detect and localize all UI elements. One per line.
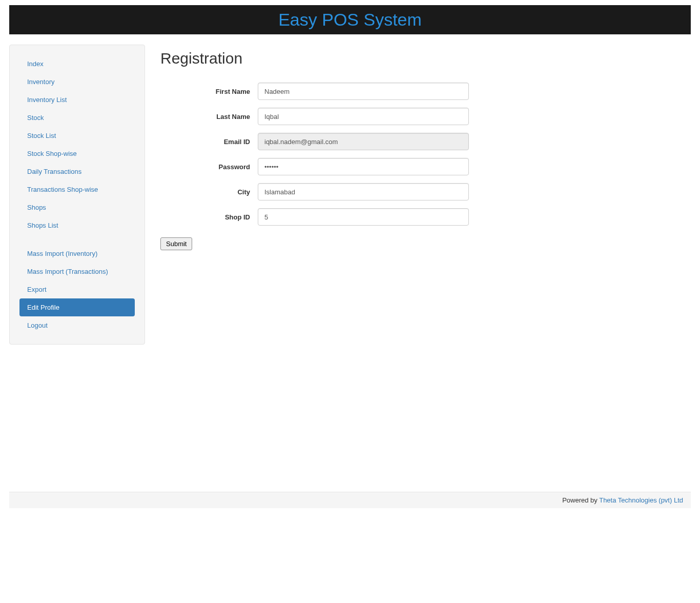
input-first-name[interactable] bbox=[258, 83, 469, 100]
sidebar-nav-group-2: Mass Import (Inventory) Mass Import (Tra… bbox=[19, 245, 135, 334]
footer-prefix: Powered by bbox=[562, 496, 599, 504]
sidebar-item-inventory-list[interactable]: Inventory List bbox=[19, 91, 135, 109]
form-group-email: Email ID bbox=[160, 133, 640, 150]
label-last-name: Last Name bbox=[160, 113, 258, 120]
form-group-city: City bbox=[160, 183, 640, 200]
page-title: Registration bbox=[160, 50, 640, 67]
sidebar-item-stock-list[interactable]: Stock List bbox=[19, 127, 135, 145]
label-city: City bbox=[160, 188, 258, 196]
sidebar-item-edit-profile[interactable]: Edit Profile bbox=[19, 298, 135, 316]
form-group-last-name: Last Name bbox=[160, 108, 640, 125]
input-shop-id[interactable] bbox=[258, 208, 469, 226]
submit-button[interactable]: Submit bbox=[160, 237, 192, 250]
sidebar-item-export[interactable]: Export bbox=[19, 280, 135, 298]
label-email: Email ID bbox=[160, 138, 258, 146]
input-email bbox=[258, 133, 469, 150]
sidebar-item-stock-shopwise[interactable]: Stock Shop-wise bbox=[19, 145, 135, 163]
sidebar-item-shops[interactable]: Shops bbox=[19, 198, 135, 216]
main-container: Index Inventory Inventory List Stock Sto… bbox=[9, 45, 691, 345]
sidebar-item-inventory[interactable]: Inventory bbox=[19, 73, 135, 91]
sidebar: Index Inventory Inventory List Stock Sto… bbox=[9, 45, 145, 345]
input-password[interactable] bbox=[258, 158, 469, 175]
sidebar-nav-group-1: Index Inventory Inventory List Stock Sto… bbox=[19, 55, 135, 234]
header: Easy POS System bbox=[9, 5, 691, 34]
form-group-shop-id: Shop ID bbox=[160, 208, 640, 226]
label-password: Password bbox=[160, 163, 258, 171]
sidebar-item-mass-import-inventory[interactable]: Mass Import (Inventory) bbox=[19, 245, 135, 263]
form-group-password: Password bbox=[160, 158, 640, 175]
label-first-name: First Name bbox=[160, 88, 258, 95]
sidebar-item-mass-import-transactions[interactable]: Mass Import (Transactions) bbox=[19, 263, 135, 280]
sidebar-item-logout[interactable]: Logout bbox=[19, 316, 135, 334]
sidebar-item-index[interactable]: Index bbox=[19, 55, 135, 73]
footer: Powered by Theta Technologies (pvt) Ltd bbox=[9, 492, 691, 508]
label-shop-id: Shop ID bbox=[160, 213, 258, 221]
sidebar-item-shops-list[interactable]: Shops List bbox=[19, 216, 135, 234]
app-title: Easy POS System bbox=[278, 10, 422, 30]
input-city[interactable] bbox=[258, 183, 469, 200]
sidebar-item-stock[interactable]: Stock bbox=[19, 109, 135, 127]
sidebar-item-daily-transactions[interactable]: Daily Transactions bbox=[19, 163, 135, 180]
input-last-name[interactable] bbox=[258, 108, 469, 125]
footer-link[interactable]: Theta Technologies (pvt) Ltd bbox=[599, 496, 683, 504]
form-group-first-name: First Name bbox=[160, 83, 640, 100]
sidebar-item-transactions-shopwise[interactable]: Transactions Shop-wise bbox=[19, 180, 135, 198]
main-content: Registration First Name Last Name Email … bbox=[160, 45, 691, 345]
